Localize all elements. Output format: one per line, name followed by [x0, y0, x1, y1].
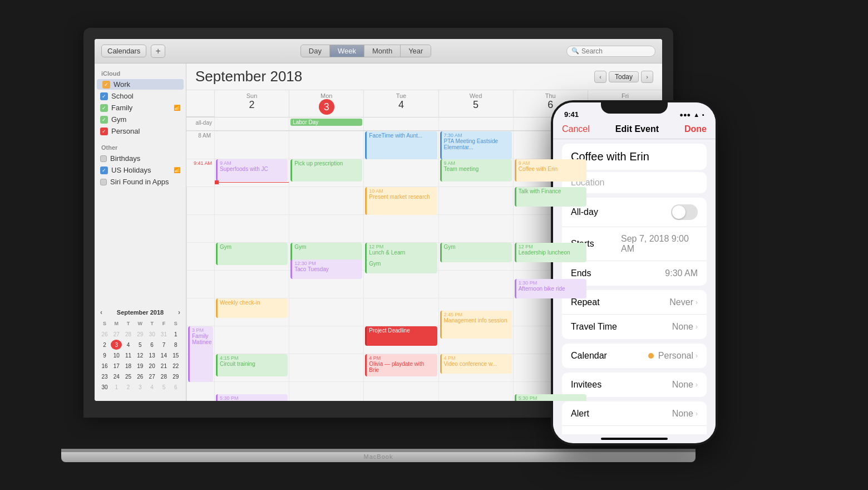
show-as-field[interactable]: Show As Busy › — [562, 426, 707, 434]
family-matinee-event[interactable]: 3 PM Family Matinee — [188, 326, 213, 382]
cell-wed-2[interactable] — [363, 298, 438, 326]
mini-cal-day[interactable]: 12 — [135, 350, 146, 360]
cell-mon-3[interactable] — [214, 326, 289, 354]
mini-cal-day[interactable]: 29 — [135, 329, 146, 339]
mini-cal-day[interactable]: 4 — [123, 340, 134, 350]
mini-cal-day[interactable]: 3 — [135, 382, 146, 392]
cell-tue-11[interactable] — [289, 214, 363, 242]
pickup-event[interactable]: Pick up prescription — [290, 159, 362, 182]
project-deadline-event[interactable]: Project Deadline — [365, 326, 437, 346]
sidebar-item-us-holidays[interactable]: ✓ US Holidays 📶 — [95, 165, 186, 175]
mini-cal-day[interactable]: 11 — [123, 350, 134, 360]
cell-sun-3[interactable]: 3 PM Family Matinee — [186, 326, 214, 354]
mini-cal-day[interactable]: 30 — [99, 382, 110, 392]
cell-thu-1[interactable] — [438, 270, 513, 298]
coffee-erin-event[interactable]: 9 AM Coffee with Erin — [515, 159, 586, 182]
all-day-toggle[interactable] — [671, 204, 698, 220]
cell-sun-9[interactable]: 9 AM Superfoods with JC — [214, 159, 289, 187]
cell-sun-noon[interactable] — [186, 242, 214, 270]
sidebar-item-school[interactable]: ✓ School — [95, 91, 186, 101]
cell-wed-5[interactable] — [363, 381, 438, 401]
cell-tue-8[interactable]: FaceTime with Aunt... — [363, 131, 438, 159]
mini-cal-day[interactable]: 7 — [158, 340, 169, 350]
cell-mon-8[interactable] — [289, 131, 363, 159]
mini-cal-day[interactable]: 26 — [99, 329, 110, 339]
bike-ride-event[interactable]: 1:30 PM Afternoon bike ride — [515, 279, 586, 298]
gym-mon-event[interactable]: Gym — [216, 243, 288, 265]
mini-cal-day[interactable]: 22 — [170, 361, 181, 371]
sidebar-item-siri-apps[interactable]: Siri Found in Apps — [95, 177, 186, 187]
cell-sun-10[interactable] — [186, 187, 214, 214]
cell-sun-11[interactable] — [186, 214, 214, 242]
mini-cal-day[interactable]: 29 — [170, 371, 181, 381]
week-view-button[interactable]: Week — [330, 45, 364, 57]
mini-cal-day[interactable]: 25 — [123, 371, 134, 381]
leadership-event[interactable]: 12 PM Leadership luncheon — [515, 243, 586, 262]
mini-cal-day[interactable]: 30 — [146, 329, 157, 339]
cell-sun-1[interactable] — [186, 270, 214, 298]
mini-cal-day[interactable]: 14 — [158, 350, 169, 360]
sidebar-item-work[interactable]: ✓ Work — [97, 79, 184, 90]
mini-cal-day[interactable]: 24 — [111, 371, 122, 381]
circuit-event[interactable]: 4:15 PM Circuit training — [216, 354, 288, 376]
cell-thu-4[interactable]: 4 PM Video conference w... — [438, 354, 513, 381]
pta-event[interactable]: 7:30 AM PTA Meeting Eastside Elementar..… — [440, 131, 512, 159]
sidebar-item-birthdays[interactable]: Birthdays — [95, 153, 186, 164]
facetime-event[interactable]: FaceTime with Aunt... — [365, 131, 437, 159]
cell-wed-9[interactable]: 9 AM Team meeting — [438, 159, 513, 187]
cell-mon-10[interactable] — [214, 187, 289, 214]
mini-cal-day[interactable]: 17 — [111, 361, 122, 371]
today-button[interactable]: Today — [609, 71, 639, 82]
cell-thu-10[interactable] — [438, 187, 513, 214]
mini-cal-day[interactable]: 23 — [99, 371, 110, 381]
mini-cal-day[interactable]: 27 — [146, 371, 157, 381]
cell-tue-3[interactable] — [289, 326, 363, 354]
mini-cal-day[interactable]: 4 — [146, 382, 157, 392]
mini-cal-day[interactable]: 16 — [99, 361, 110, 371]
cell-tue-10[interactable] — [289, 187, 363, 214]
cell-tue-9[interactable] — [363, 159, 438, 187]
search-box[interactable]: 🔍 — [566, 46, 655, 57]
mini-cal-day[interactable]: 20 — [146, 361, 157, 371]
mini-cal-day[interactable]: 18 — [123, 361, 134, 371]
cell-thu-noon[interactable]: Gym — [438, 242, 513, 270]
present-market-event[interactable]: 10 AM Present market research — [365, 187, 437, 215]
alert-field[interactable]: Alert None › — [562, 401, 707, 426]
cell-tue-4[interactable] — [289, 354, 363, 381]
cell-mon-4[interactable]: 4:15 PM Circuit training — [214, 354, 289, 381]
cell-wed-noon[interactable]: 12 PM Lunch & Learn Gym — [363, 242, 438, 270]
cell-mon-1[interactable] — [214, 270, 289, 298]
mini-cal-day[interactable]: 6 — [146, 340, 157, 350]
invitees-field[interactable]: Invitees None › — [562, 373, 707, 397]
cell-sun-2[interactable] — [186, 298, 214, 326]
labor-day-event[interactable]: Labor Day — [290, 119, 362, 126]
mini-cal-day[interactable]: 9 — [99, 350, 110, 360]
sidebar-item-personal[interactable]: ✓ Personal — [95, 126, 186, 136]
mini-cal-next[interactable]: › — [178, 308, 180, 316]
mini-cal-day[interactable]: 10 — [111, 350, 122, 360]
cancel-button[interactable]: Cancel — [562, 124, 590, 134]
mini-cal-day[interactable]: 21 — [158, 361, 169, 371]
cell-wed-3[interactable]: Project Deadline — [363, 326, 438, 354]
team-meeting-event[interactable]: 9 AM Team meeting — [440, 159, 512, 182]
mgmt-session-event[interactable]: 2:45 PM Management info session — [440, 311, 512, 339]
mini-cal-day[interactable]: 2 — [123, 382, 134, 392]
mini-cal-day[interactable]: 1 — [170, 329, 181, 339]
mini-cal-day[interactable]: 5 — [158, 382, 169, 392]
mini-cal-day[interactable]: 19 — [135, 361, 146, 371]
mini-cal-day[interactable]: 28 — [123, 329, 134, 339]
mini-cal-day[interactable]: 13 — [146, 350, 157, 360]
sidebar-item-family[interactable]: ✓ Family 📶 — [95, 102, 186, 113]
mini-cal-prev[interactable]: ‹ — [100, 308, 102, 316]
cell-sun-5[interactable] — [186, 381, 214, 401]
mini-cal-day[interactable]: 8 — [170, 340, 181, 350]
search-input[interactable] — [581, 47, 648, 55]
olivia-playdate-event[interactable]: 4 PM Olivia — playdate with Brie — [365, 354, 437, 376]
cell-thu-11[interactable] — [438, 214, 513, 242]
taco-event[interactable]: 12:30 PM Taco Tuesday — [290, 259, 362, 279]
prev-button[interactable]: ‹ — [594, 71, 606, 83]
cell-wed-11[interactable] — [363, 214, 438, 242]
superfoods-event[interactable]: 9 AM Superfoods with JC — [216, 159, 288, 182]
travel-time-field[interactable]: Travel Time None › — [562, 315, 707, 339]
cell-mon-5[interactable]: 5:30 PM Olivia — parent/ teacher confere… — [214, 381, 289, 401]
